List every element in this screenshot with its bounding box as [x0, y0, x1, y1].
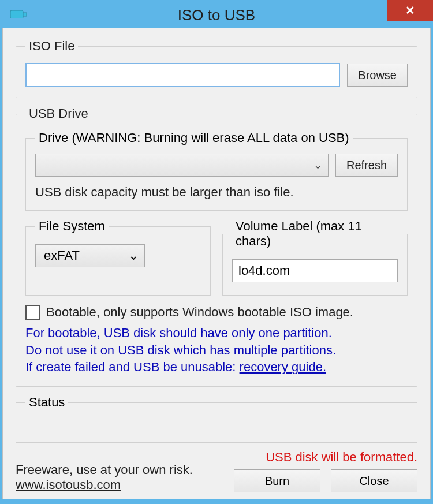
close-button[interactable]: Close	[331, 469, 417, 492]
burn-button[interactable]: Burn	[234, 469, 320, 492]
titlebar: ISO to USB ✕	[2, 2, 431, 28]
format-warning: USB disk will be formatted.	[266, 450, 417, 465]
file-system-legend: File System	[35, 219, 109, 234]
usb-drive-legend: USB Drive	[25, 106, 92, 121]
close-window-button[interactable]: ✕	[387, 0, 433, 21]
iso-path-input[interactable]	[25, 63, 340, 87]
volume-label-input[interactable]	[232, 259, 398, 282]
status-legend: Status	[25, 395, 68, 410]
bootable-label: Bootable, only supports Windows bootable…	[46, 305, 353, 320]
chevron-down-icon: ⌄	[313, 159, 322, 171]
bootable-note-line1: For bootable, USB disk should have only …	[25, 324, 408, 342]
close-icon: ✕	[405, 3, 415, 17]
file-system-combobox[interactable]: exFAT ⌄	[35, 244, 145, 267]
window-title: ISO to USB	[178, 6, 255, 24]
file-system-selected: exFAT	[44, 248, 80, 263]
svg-rect-0	[10, 10, 23, 18]
app-icon	[10, 10, 30, 18]
usb-drive-group: USB Drive Drive (WARNING: Burning will e…	[16, 106, 417, 387]
footer-info: Freeware, use at your own risk. www.isot…	[16, 462, 193, 492]
capacity-note: USB disk capacity must be larger than is…	[35, 185, 398, 200]
client-area: ISO File Browse USB Drive Drive (WARNING…	[2, 28, 431, 499]
bootable-note-line2: Do not use it on USB disk which has mult…	[25, 342, 408, 359]
bootable-notes: For bootable, USB disk should have only …	[25, 324, 408, 376]
bootable-note-line3: If create failed and USB be unusable: re…	[25, 359, 408, 376]
file-system-group: File System exFAT ⌄	[25, 219, 211, 296]
svg-rect-1	[23, 13, 27, 16]
iso-file-legend: ISO File	[25, 39, 78, 54]
drive-select-group: Drive (WARNING: Burning will erase ALL d…	[25, 130, 408, 211]
bootable-checkbox[interactable]	[25, 305, 40, 320]
iso-file-group: ISO File Browse	[16, 39, 417, 98]
refresh-button[interactable]: Refresh	[335, 154, 398, 177]
chevron-down-icon: ⌄	[128, 248, 139, 263]
volume-label-group: Volume Label (max 11 chars)	[222, 219, 408, 296]
drive-combobox[interactable]: ⌄	[35, 154, 329, 177]
status-group: Status	[16, 395, 417, 443]
volume-label-legend: Volume Label (max 11 chars)	[232, 219, 398, 249]
footer: Freeware, use at your own risk. www.isot…	[16, 450, 417, 492]
browse-button[interactable]: Browse	[347, 64, 408, 87]
freeware-text: Freeware, use at your own risk.	[16, 462, 193, 477]
app-window: ISO to USB ✕ ISO File Browse USB Drive D…	[0, 0, 433, 504]
homepage-link[interactable]: www.isotousb.com	[16, 477, 121, 492]
drive-select-legend: Drive (WARNING: Burning will erase ALL d…	[35, 130, 353, 145]
recovery-guide-link[interactable]: recovery guide.	[240, 360, 326, 374]
